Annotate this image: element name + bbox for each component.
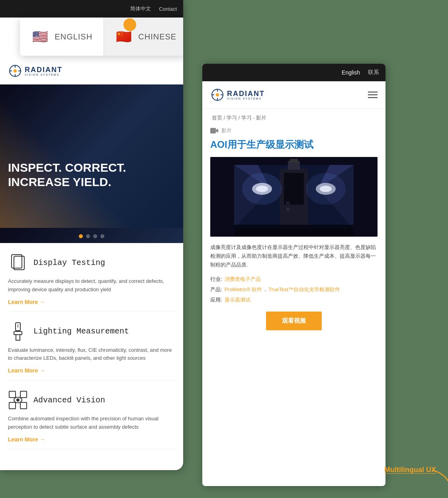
feature-header-3: Advanced Vision <box>8 390 175 410</box>
annotation-arrow <box>428 466 448 494</box>
svg-rect-12 <box>9 391 16 398</box>
video-type-icon <box>210 128 218 133</box>
display-testing-desc: Accurately measure displays to detect, q… <box>8 277 175 294</box>
feature-advanced-vision: Advanced Vision Combine automated inspec… <box>8 380 175 449</box>
video-thumbnail[interactable]: 辩 量 <box>210 157 378 237</box>
right-nav: English 联系 <box>202 64 385 81</box>
dropdown-indicator <box>123 18 136 31</box>
right-logo-words: RADIANT VISION SYSTEMS <box>227 90 265 100</box>
dot-4[interactable] <box>100 234 104 238</box>
content-title: AOI用于生产级显示测试 <box>210 138 378 151</box>
right-logo-sub: VISION SYSTEMS <box>227 97 265 100</box>
dot-3[interactable] <box>93 234 97 238</box>
language-dropdown: 🇺🇸 ENGLISH 🇨🇳 CHINESE <box>20 18 183 56</box>
dot-2[interactable] <box>86 234 90 238</box>
svg-point-1 <box>14 69 17 73</box>
svg-rect-34 <box>288 161 300 170</box>
left-logo-area: RADIANT VISION SYSTEMS <box>0 57 183 84</box>
hamburger-line-2 <box>368 94 378 95</box>
advanced-vision-icon <box>8 390 28 410</box>
right-phone: English 联系 RADIANT VISION SYSTEMS <box>202 64 385 486</box>
svg-point-41 <box>306 173 346 205</box>
hero-section: INSPECT. CORRECT.INCREASE YIELD. LEARN A… <box>0 84 183 228</box>
hamburger-menu[interactable] <box>368 92 378 98</box>
features-section: Display Testing Accurately measure displ… <box>0 243 183 449</box>
advanced-vision-desc: Combine automated inspection with the pr… <box>8 415 175 431</box>
radiant-logo: RADIANT VISION SYSTEMS <box>8 64 175 78</box>
right-logo-main: RADIANT <box>227 90 265 97</box>
contact-label[interactable]: Contact <box>159 6 177 12</box>
lighting-title: Lighting Measurement <box>33 327 129 336</box>
application-value[interactable]: 显示器测试 <box>225 296 250 304</box>
chinese-label: CHINESE <box>138 32 176 41</box>
lighting-desc: Evaluate luminance, intensity, flux, CIE… <box>8 346 175 363</box>
logo-main: RADIANT <box>25 66 63 73</box>
right-radiant-logo: RADIANT VISION SYSTEMS <box>210 88 265 102</box>
application-row: 应用: 显示器测试 <box>210 296 378 304</box>
application-label: 应用: <box>210 296 222 304</box>
video-scene: 辩 量 <box>210 157 378 237</box>
svg-rect-10 <box>16 335 20 340</box>
hamburger-line-3 <box>368 97 378 98</box>
right-english-label[interactable]: English <box>342 69 360 76</box>
feature-lighting: Lighting Measurement Evaluate luminance,… <box>8 312 175 381</box>
product-row: 产品: ProMetric® 软件 , TrueTest™自动化光学检测软件 <box>210 286 378 293</box>
svg-rect-15 <box>20 402 27 409</box>
right-content: 影片 AOI用于生产级显示测试 <box>202 127 385 330</box>
svg-rect-14 <box>9 402 16 409</box>
left-nav: 简体中文 Contact <box>0 0 183 18</box>
hamburger-line-1 <box>368 92 378 92</box>
industry-label: 行业: <box>210 276 222 283</box>
hero-background <box>0 84 183 228</box>
logo-words: RADIANT VISION SYSTEMS <box>25 66 63 76</box>
english-label: ENGLISH <box>55 32 92 41</box>
advanced-vision-learn-more[interactable]: Learn More <box>8 436 175 443</box>
english-option[interactable]: 🇺🇸 ENGLISH <box>20 18 104 56</box>
lighting-icon <box>8 322 28 341</box>
svg-point-40 <box>242 173 282 205</box>
right-logo-icon <box>210 88 225 102</box>
display-testing-icon <box>8 253 28 273</box>
content-type: 影片 <box>210 127 378 134</box>
svg-text:辩: 辩 <box>286 201 290 206</box>
us-flag: 🇺🇸 <box>31 27 50 46</box>
product-value2[interactable]: TrueTest™自动化光学检测软件 <box>268 286 340 293</box>
industry-value[interactable]: 消费类电子产品 <box>225 276 261 283</box>
product-value1[interactable]: ProMetric® 软件 <box>225 286 262 293</box>
chinese-option[interactable]: 🇨🇳 CHINESE <box>104 18 184 56</box>
annotation: Multilingual UX <box>384 466 436 474</box>
product-label: 产品: <box>210 286 222 293</box>
right-chinese-label[interactable]: 联系 <box>368 69 379 76</box>
type-label: 影片 <box>221 127 232 134</box>
svg-point-19 <box>216 93 219 96</box>
breadcrumb-text: 首页 / 学习 / 学习 - 影片 <box>212 115 266 121</box>
watch-video-button[interactable]: 观看视频 <box>266 312 322 330</box>
svg-rect-33 <box>284 173 304 205</box>
logo-icon <box>8 64 22 78</box>
dot-1[interactable] <box>79 234 83 238</box>
svg-rect-13 <box>20 391 27 398</box>
video-thumb-inner: 辩 量 <box>210 157 378 237</box>
svg-rect-42 <box>234 225 354 237</box>
svg-rect-35 <box>290 159 298 162</box>
display-testing-learn-more[interactable]: Learn More <box>8 299 175 305</box>
lang-label[interactable]: 简体中文 <box>130 5 151 12</box>
left-phone: 简体中文 Contact 🇺🇸 ENGLISH 🇨🇳 CHINESE <box>0 0 183 470</box>
content-description: 成像亮度计及成像色度计在显示器生产过程中针对显示器亮度、色度缺陷检测的应用，从而… <box>210 243 378 269</box>
svg-point-17 <box>16 398 20 402</box>
right-logo-bar: RADIANT VISION SYSTEMS <box>202 81 385 109</box>
svg-text:量: 量 <box>286 207 290 212</box>
feature-header-2: Lighting Measurement <box>8 322 175 341</box>
logo-sub: VISION SYSTEMS <box>25 73 63 76</box>
display-testing-title: Display Testing <box>33 258 105 267</box>
advanced-vision-title: Advanced Vision <box>33 396 105 405</box>
breadcrumb: 首页 / 学习 / 学习 - 影片 <box>202 109 385 127</box>
lighting-learn-more[interactable]: Learn More <box>8 367 175 374</box>
hero-title: INSPECT. CORRECT.INCREASE YIELD. <box>8 161 175 189</box>
feature-header: Display Testing <box>8 253 175 273</box>
hero-dots <box>0 228 183 243</box>
product-separator: , <box>264 286 266 293</box>
industry-row: 行业: 消费类电子产品 <box>210 276 378 283</box>
svg-rect-7 <box>14 256 24 270</box>
svg-marker-25 <box>216 129 218 133</box>
